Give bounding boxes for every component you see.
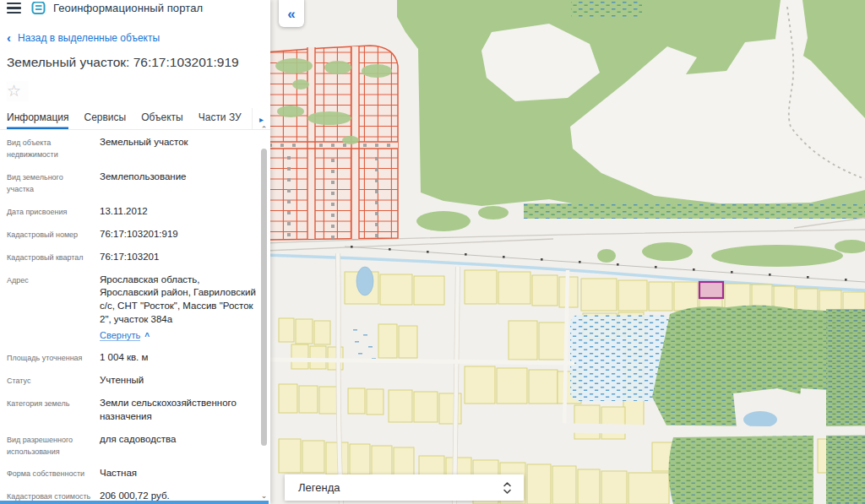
attribute-label: Кадастровый номер	[7, 228, 91, 241]
tab-3[interactable]: Части ЗУ	[199, 108, 242, 129]
attribute-value: 206 000,72 руб.	[100, 490, 258, 501]
geo-portal-window: Геоинформационный портал ‹ Назад в выдел…	[0, 0, 865, 504]
app-title: Геоинформационный портал	[53, 2, 203, 14]
attribute-label: Вид земельного участка	[7, 171, 91, 196]
cadastral-grid-red	[270, 46, 398, 240]
map-canvas[interactable]	[270, 0, 865, 504]
marsh-band-texture	[524, 203, 865, 219]
attribute-label: Вид разрешенного использования	[7, 433, 91, 458]
attribute-label: Кадастровая стоимость	[7, 490, 91, 501]
star-icon: ☆	[7, 82, 21, 100]
attribute-value: Ярославская область, Ярославский район, …	[100, 274, 258, 327]
attribute-label: Форма собственности	[7, 467, 91, 480]
attribute-value: 1 004 кв. м	[100, 351, 258, 365]
page-title: Земельный участок: 76:17:103201:919	[0, 55, 270, 70]
tab-bar: ИнформацияСервисыОбъектыЧасти ЗУСостав ▸	[0, 108, 270, 130]
attribute-value: Землепользование	[100, 171, 258, 184]
attribute-label: Адрес	[7, 274, 91, 342]
attribute-row: Вид объекта недвижимостиЗемельный участо…	[7, 136, 258, 161]
hamburger-menu-icon[interactable]	[7, 3, 21, 14]
attribute-label: Категория земель	[7, 397, 91, 424]
tab-information[interactable]: Информация	[7, 108, 68, 129]
collapse-sidebar-button[interactable]: «	[279, 0, 304, 27]
scrollbar-thumb[interactable]	[261, 149, 267, 446]
expand-collapse-chevrons-icon	[503, 480, 512, 496]
scrollbar-down-arrow[interactable]: ⌄	[258, 491, 269, 501]
attribute-row: Кадастровый квартал76:17:103201	[7, 251, 258, 264]
attribute-value: Земельный участок	[100, 136, 258, 149]
attribute-value: Учтенный	[100, 374, 258, 387]
address-collapse-link[interactable]: Свернуть^	[100, 330, 150, 341]
attribute-row: Категория земельЗемли сельскохозяйственн…	[7, 397, 258, 424]
attribute-row: СтатусУчтенный	[7, 374, 258, 387]
attribute-row: Дата присвоения13.11.2012	[7, 205, 258, 219]
attribute-row: АдресЯрославская область, Ярославский ра…	[7, 274, 258, 342]
attribute-value: 13.11.2012	[100, 205, 258, 219]
back-link-label: Назад в выделенные объекты	[18, 32, 160, 44]
forest-north	[397, 0, 865, 213]
attribute-row: Вид земельного участкаЗемлепользование	[7, 171, 258, 196]
attribute-value: 76:17:103201:919	[100, 228, 258, 241]
object-info-panel: Геоинформационный портал ‹ Назад в выдел…	[0, 0, 270, 504]
attribute-value: Земли сельскохозяйственного назначения	[100, 397, 258, 424]
attribute-row: Кадастровый номер76:17:103201:919	[7, 228, 258, 241]
legend-panel[interactable]: Легенда	[285, 474, 524, 501]
attribute-label: Кадастровый квартал	[7, 251, 91, 264]
app-header: Геоинформационный портал	[0, 0, 270, 20]
sidebar-bottom-accent-bar	[0, 501, 269, 504]
chevron-up-icon: ^	[144, 332, 150, 341]
attribute-value: 76:17:103201	[100, 251, 258, 264]
back-chevron-icon: ‹	[7, 33, 11, 43]
marsh-texture-north	[571, 0, 642, 17]
attribute-label: Статус	[7, 374, 91, 387]
selected-parcel[interactable]	[699, 282, 723, 298]
legend-title: Легенда	[298, 481, 340, 494]
tab-1[interactable]: Сервисы	[84, 108, 126, 129]
attribute-value: Частная	[100, 467, 258, 480]
attributes-list: Вид объекта недвижимостиЗемельный участо…	[0, 129, 258, 501]
forest-south-east	[652, 305, 865, 504]
chevron-right-icon: ▸	[259, 115, 264, 124]
double-chevron-left-icon: «	[287, 6, 295, 22]
attribute-row: Форма собственностиЧастная	[7, 467, 258, 480]
sidebar-scrollbar: ⌃ ⌄	[258, 125, 269, 501]
map-area[interactable]: « Легенда	[270, 0, 865, 504]
attribute-row: Кадастровая стоимость206 000,72 руб.	[7, 490, 258, 501]
attribute-label: Дата присвоения	[7, 205, 91, 219]
attribute-row: Вид разрешенного использованиядля садово…	[7, 433, 258, 458]
attribute-value: для садоводства	[100, 433, 258, 447]
back-to-selected-objects-link[interactable]: ‹ Назад в выделенные объекты	[0, 32, 270, 44]
attribute-label: Вид объекта недвижимости	[7, 136, 91, 161]
pond-west	[356, 267, 373, 295]
address-collapse-label: Свернуть	[100, 330, 140, 341]
attribute-row: Площадь уточненная1 004 кв. м	[7, 351, 258, 365]
portal-logo-icon	[31, 2, 46, 14]
favorite-star-button[interactable]: ☆	[7, 81, 29, 101]
tab-2[interactable]: Объекты	[141, 108, 183, 129]
attribute-label: Площадь уточненная	[7, 351, 91, 365]
scrollbar-up-arrow[interactable]: ⌃	[258, 125, 269, 134]
pond-east	[743, 411, 777, 428]
